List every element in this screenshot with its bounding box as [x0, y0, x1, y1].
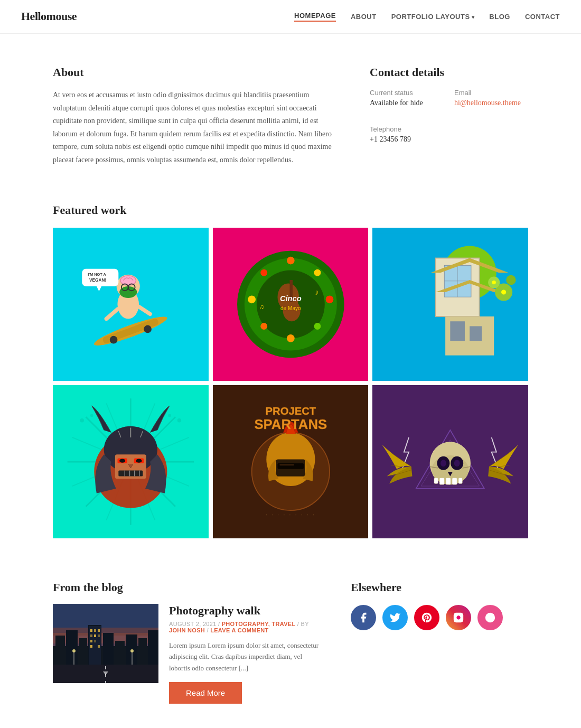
- svg-rect-123: [90, 629, 92, 632]
- post-author[interactable]: JOHN NOSH: [169, 627, 205, 633]
- svg-text:· · · · · · · · ·: · · · · · · · · ·: [266, 512, 316, 518]
- email-label: Email: [454, 89, 528, 97]
- post-categories[interactable]: PHOTOGRAPHY, TRAVEL: [222, 621, 296, 627]
- svg-rect-128: [98, 634, 100, 637]
- facebook-icon: [358, 612, 369, 623]
- portfolio-item-5[interactable]: PROJECT SPARTANS · · · · · · · · ·: [213, 385, 369, 538]
- contact-grid: Current status Available for hide Email …: [370, 89, 528, 162]
- email-value[interactable]: hi@hellomouse.theme: [454, 99, 528, 107]
- portfolio-item-6[interactable]: [372, 385, 528, 538]
- svg-text:de Mayo: de Mayo: [280, 305, 301, 311]
- facebook-button[interactable]: [351, 605, 376, 630]
- blog-title: From the blog: [53, 581, 319, 594]
- portfolio-item-3[interactable]: [372, 228, 528, 381]
- nav-contact[interactable]: CONTACT: [525, 13, 560, 21]
- svg-point-51: [501, 290, 506, 294]
- svg-point-50: [507, 275, 516, 285]
- dribbble-icon: [484, 612, 496, 623]
- svg-point-104: [454, 460, 460, 466]
- svg-rect-86: [279, 464, 294, 466]
- svg-rect-108: [458, 478, 462, 483]
- svg-point-25: [314, 323, 321, 330]
- twitter-button[interactable]: [382, 605, 408, 630]
- svg-rect-106: [446, 478, 451, 484]
- elsewhere-section: Elsewhere: [351, 581, 528, 704]
- svg-rect-119: [66, 630, 78, 667]
- svg-point-71: [136, 459, 142, 462]
- svg-text:VEGAN!: VEGAN!: [89, 278, 106, 283]
- svg-point-4: [144, 325, 152, 333]
- svg-rect-136: [138, 638, 147, 667]
- nav-portfolio[interactable]: PORTFOLIO LAYOUTS: [391, 13, 475, 21]
- svg-text:I'M NOT A: I'M NOT A: [88, 272, 106, 277]
- instagram-icon: [453, 612, 464, 623]
- svg-point-29: [260, 269, 267, 276]
- svg-rect-47: [470, 326, 482, 341]
- elsewhere-title: Elsewhere: [351, 581, 528, 594]
- svg-rect-134: [115, 641, 125, 667]
- about-section: About At vero eos et accusamus et iusto …: [53, 34, 528, 193]
- post-comment[interactable]: LEAVE A COMMENT: [210, 627, 268, 633]
- svg-point-80: [168, 414, 171, 417]
- post-date: AUGUST 2, 2021: [169, 621, 217, 627]
- post-title[interactable]: Photography walk: [169, 604, 319, 618]
- svg-point-3: [110, 336, 118, 344]
- svg-rect-130: [94, 640, 96, 642]
- svg-rect-127: [94, 634, 96, 637]
- contact-telephone: Telephone +1 23456 789: [370, 125, 444, 153]
- dribbble-button[interactable]: [477, 605, 503, 630]
- featured-title: Featured work: [53, 203, 528, 217]
- blog-post: Photography walk AUGUST 2, 2021 / PHOTOG…: [53, 604, 319, 704]
- svg-point-28: [248, 295, 256, 303]
- svg-point-52: [492, 281, 496, 284]
- svg-point-23: [314, 269, 321, 276]
- svg-rect-46: [451, 321, 465, 341]
- svg-rect-124: [94, 629, 96, 632]
- nav-blog[interactable]: BLOG: [489, 13, 510, 21]
- about-left: About At vero eos et accusamus et iusto …: [53, 66, 338, 166]
- svg-point-7: [120, 276, 136, 285]
- svg-text:SPARTANS: SPARTANS: [254, 417, 327, 432]
- pinterest-icon: [421, 612, 433, 623]
- telephone-label: Telephone: [370, 125, 444, 133]
- site-logo[interactable]: Hellomouse: [21, 10, 77, 23]
- about-title: About: [53, 66, 338, 79]
- svg-point-26: [287, 334, 295, 342]
- svg-point-79: [177, 418, 181, 422]
- svg-rect-118: [55, 636, 65, 667]
- contact-details: Contact details Current status Available…: [370, 66, 528, 166]
- post-meta: AUGUST 2, 2021 / PHOTOGRAPHY, TRAVEL / B…: [169, 621, 319, 633]
- twitter-icon: [389, 612, 401, 623]
- telephone-value: +1 23456 789: [370, 135, 444, 144]
- svg-rect-126: [90, 634, 92, 637]
- portfolio-item-2[interactable]: Cinco de Mayo ♪ ♫: [213, 228, 369, 381]
- contact-title: Contact details: [370, 66, 528, 79]
- post-separator-1: /: [218, 621, 222, 627]
- portfolio-item-4[interactable]: [53, 385, 209, 538]
- blog-content: Photography walk AUGUST 2, 2021 / PHOTOG…: [169, 604, 319, 704]
- status-value: Available for hide: [370, 99, 444, 107]
- svg-text:♪: ♪: [315, 288, 318, 296]
- about-text: At vero eos et accusamus et iusto odio d…: [53, 89, 338, 166]
- nav-about[interactable]: ABOUT: [351, 13, 377, 21]
- svg-point-22: [287, 257, 295, 265]
- svg-rect-125: [98, 629, 100, 632]
- navigation: Hellomouse HOMEPAGE ABOUT PORTFOLIO LAYO…: [0, 0, 581, 33]
- contact-status: Current status Available for hide: [370, 89, 444, 117]
- portfolio-item-1[interactable]: I'M NOT A VEGAN!: [53, 228, 209, 381]
- svg-rect-109: [434, 478, 438, 483]
- nav-homepage[interactable]: HOMEPAGE: [294, 12, 336, 22]
- post-excerpt: Lorem ipsum Lorem ipsum dolor sit amet, …: [169, 640, 319, 674]
- pinterest-button[interactable]: [414, 605, 439, 630]
- svg-text:♫: ♫: [259, 303, 264, 311]
- svg-rect-129: [90, 640, 92, 642]
- instagram-button[interactable]: [446, 605, 471, 630]
- svg-text:Cinco: Cinco: [280, 294, 302, 303]
- blog-post-image[interactable]: [53, 604, 158, 683]
- svg-point-142: [72, 649, 76, 652]
- svg-text:PROJECT: PROJECT: [265, 405, 316, 417]
- nav-links: HOMEPAGE ABOUT PORTFOLIO LAYOUTS BLOG CO…: [294, 12, 560, 22]
- svg-point-103: [441, 460, 446, 466]
- svg-rect-137: [148, 630, 158, 667]
- read-more-button[interactable]: Read More: [169, 682, 242, 704]
